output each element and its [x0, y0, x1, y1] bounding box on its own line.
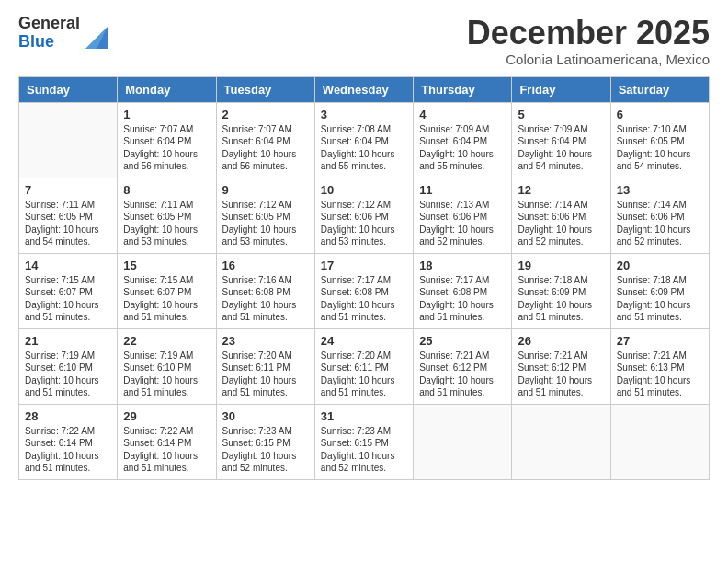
day-info: Sunrise: 7:23 AMSunset: 6:15 PMDaylight:…: [321, 425, 407, 475]
calendar-cell: 21Sunrise: 7:19 AMSunset: 6:10 PMDayligh…: [19, 328, 118, 404]
day-number: 6: [617, 108, 703, 121]
calendar-cell: 26Sunrise: 7:21 AMSunset: 6:12 PMDayligh…: [512, 328, 610, 404]
calendar-cell: 14Sunrise: 7:15 AMSunset: 6:07 PMDayligh…: [19, 253, 118, 328]
day-info: Sunrise: 7:21 AMSunset: 6:12 PMDaylight:…: [419, 350, 506, 399]
title-block: December 2025 Colonia Latinoamericana, M…: [467, 15, 710, 67]
day-info: Sunrise: 7:23 AMSunset: 6:15 PMDaylight:…: [222, 425, 309, 475]
day-info: Sunrise: 7:15 AMSunset: 6:07 PMDaylight:…: [25, 274, 111, 324]
day-info: Sunrise: 7:21 AMSunset: 6:13 PMDaylight:…: [617, 350, 703, 399]
calendar-cell: 6Sunrise: 7:10 AMSunset: 6:05 PMDaylight…: [610, 102, 709, 178]
day-number: 25: [419, 334, 506, 348]
calendar-cell: 2Sunrise: 7:07 AMSunset: 6:04 PMDaylight…: [216, 102, 314, 178]
day-info: Sunrise: 7:07 AMSunset: 6:04 PMDaylight:…: [123, 123, 210, 173]
calendar-cell: 7Sunrise: 7:11 AMSunset: 6:05 PMDaylight…: [19, 178, 118, 253]
day-info: Sunrise: 7:18 AMSunset: 6:09 PMDaylight:…: [617, 274, 703, 324]
calendar-cell: 10Sunrise: 7:12 AMSunset: 6:06 PMDayligh…: [314, 178, 413, 253]
day-info: Sunrise: 7:22 AMSunset: 6:14 PMDaylight:…: [123, 425, 210, 475]
logo: General Blue: [18, 15, 111, 52]
calendar-week-5: 28Sunrise: 7:22 AMSunset: 6:14 PMDayligh…: [19, 404, 710, 479]
day-info: Sunrise: 7:15 AMSunset: 6:07 PMDaylight:…: [123, 274, 210, 324]
day-number: 3: [321, 108, 407, 121]
day-info: Sunrise: 7:20 AMSunset: 6:11 PMDaylight:…: [321, 350, 407, 399]
calendar-cell: 9Sunrise: 7:12 AMSunset: 6:05 PMDaylight…: [216, 178, 314, 253]
location: Colonia Latinoamericana, Mexico: [467, 52, 710, 67]
calendar-cell: 27Sunrise: 7:21 AMSunset: 6:13 PMDayligh…: [610, 328, 709, 404]
day-number: 28: [25, 409, 111, 423]
day-number: 27: [617, 334, 703, 348]
calendar-cell: [19, 102, 118, 178]
day-number: 13: [617, 183, 703, 197]
day-number: 30: [222, 409, 309, 423]
calendar-cell: 31Sunrise: 7:23 AMSunset: 6:15 PMDayligh…: [314, 404, 413, 479]
calendar-week-4: 21Sunrise: 7:19 AMSunset: 6:10 PMDayligh…: [19, 328, 710, 404]
day-info: Sunrise: 7:11 AMSunset: 6:05 PMDaylight:…: [25, 199, 111, 248]
logo-icon: [82, 23, 111, 51]
day-info: Sunrise: 7:09 AMSunset: 6:04 PMDaylight:…: [419, 123, 506, 173]
day-info: Sunrise: 7:16 AMSunset: 6:08 PMDaylight:…: [222, 274, 309, 324]
weekday-header-saturday: Saturday: [610, 76, 709, 102]
day-number: 19: [518, 259, 604, 272]
calendar-cell: 12Sunrise: 7:14 AMSunset: 6:06 PMDayligh…: [512, 178, 610, 253]
weekday-header-wednesday: Wednesday: [314, 76, 413, 102]
calendar-week-3: 14Sunrise: 7:15 AMSunset: 6:07 PMDayligh…: [19, 253, 710, 328]
logo-text: General Blue: [18, 15, 80, 52]
day-number: 23: [222, 334, 309, 348]
calendar-cell: [414, 404, 512, 479]
calendar-cell: 20Sunrise: 7:18 AMSunset: 6:09 PMDayligh…: [610, 253, 709, 328]
day-number: 26: [518, 334, 604, 348]
day-info: Sunrise: 7:22 AMSunset: 6:14 PMDaylight:…: [25, 425, 111, 475]
day-number: 22: [123, 334, 210, 348]
calendar-cell: [610, 404, 709, 479]
calendar-cell: 29Sunrise: 7:22 AMSunset: 6:14 PMDayligh…: [118, 404, 216, 479]
calendar-cell: 17Sunrise: 7:17 AMSunset: 6:08 PMDayligh…: [314, 253, 413, 328]
day-number: 8: [123, 183, 210, 197]
day-info: Sunrise: 7:14 AMSunset: 6:06 PMDaylight:…: [617, 199, 703, 248]
day-number: 17: [321, 259, 407, 272]
calendar-cell: 19Sunrise: 7:18 AMSunset: 6:09 PMDayligh…: [512, 253, 610, 328]
day-number: 14: [25, 259, 111, 272]
calendar-cell: 18Sunrise: 7:17 AMSunset: 6:08 PMDayligh…: [414, 253, 512, 328]
calendar-cell: 23Sunrise: 7:20 AMSunset: 6:11 PMDayligh…: [216, 328, 314, 404]
calendar-cell: 22Sunrise: 7:19 AMSunset: 6:10 PMDayligh…: [118, 328, 216, 404]
day-info: Sunrise: 7:11 AMSunset: 6:05 PMDaylight:…: [123, 199, 210, 248]
page-header: General Blue December 2025 Colonia Latin…: [18, 15, 710, 67]
day-number: 21: [25, 334, 111, 348]
calendar-cell: 30Sunrise: 7:23 AMSunset: 6:15 PMDayligh…: [216, 404, 314, 479]
day-number: 31: [321, 409, 407, 423]
calendar-cell: [512, 404, 610, 479]
day-number: 24: [321, 334, 407, 348]
day-info: Sunrise: 7:19 AMSunset: 6:10 PMDaylight:…: [25, 350, 111, 399]
day-info: Sunrise: 7:10 AMSunset: 6:05 PMDaylight:…: [617, 123, 703, 173]
day-info: Sunrise: 7:13 AMSunset: 6:06 PMDaylight:…: [419, 199, 506, 248]
day-info: Sunrise: 7:20 AMSunset: 6:11 PMDaylight:…: [222, 350, 309, 399]
calendar-week-1: 1Sunrise: 7:07 AMSunset: 6:04 PMDaylight…: [19, 102, 710, 178]
calendar-cell: 5Sunrise: 7:09 AMSunset: 6:04 PMDaylight…: [512, 102, 610, 178]
weekday-header-tuesday: Tuesday: [216, 76, 314, 102]
day-info: Sunrise: 7:08 AMSunset: 6:04 PMDaylight:…: [321, 123, 407, 173]
calendar-cell: 25Sunrise: 7:21 AMSunset: 6:12 PMDayligh…: [414, 328, 512, 404]
day-number: 20: [617, 259, 703, 272]
day-info: Sunrise: 7:17 AMSunset: 6:08 PMDaylight:…: [419, 274, 506, 324]
day-info: Sunrise: 7:14 AMSunset: 6:06 PMDaylight:…: [518, 199, 604, 248]
calendar-cell: 24Sunrise: 7:20 AMSunset: 6:11 PMDayligh…: [314, 328, 413, 404]
day-number: 10: [321, 183, 407, 197]
month-title: December 2025: [467, 15, 710, 52]
day-number: 16: [222, 259, 309, 272]
calendar-cell: 1Sunrise: 7:07 AMSunset: 6:04 PMDaylight…: [118, 102, 216, 178]
day-info: Sunrise: 7:18 AMSunset: 6:09 PMDaylight:…: [518, 274, 604, 324]
calendar-cell: 13Sunrise: 7:14 AMSunset: 6:06 PMDayligh…: [610, 178, 709, 253]
weekday-header-monday: Monday: [118, 76, 216, 102]
day-info: Sunrise: 7:19 AMSunset: 6:10 PMDaylight:…: [123, 350, 210, 399]
calendar-cell: 8Sunrise: 7:11 AMSunset: 6:05 PMDaylight…: [118, 178, 216, 253]
calendar-cell: 4Sunrise: 7:09 AMSunset: 6:04 PMDaylight…: [414, 102, 512, 178]
day-number: 9: [222, 183, 309, 197]
day-number: 2: [222, 108, 309, 121]
day-number: 5: [518, 108, 604, 121]
day-number: 1: [123, 108, 210, 121]
calendar-cell: 3Sunrise: 7:08 AMSunset: 6:04 PMDaylight…: [314, 102, 413, 178]
calendar-cell: 16Sunrise: 7:16 AMSunset: 6:08 PMDayligh…: [216, 253, 314, 328]
weekday-header-friday: Friday: [512, 76, 610, 102]
day-number: 29: [123, 409, 210, 423]
calendar-cell: 11Sunrise: 7:13 AMSunset: 6:06 PMDayligh…: [414, 178, 512, 253]
calendar-week-2: 7Sunrise: 7:11 AMSunset: 6:05 PMDaylight…: [19, 178, 710, 253]
